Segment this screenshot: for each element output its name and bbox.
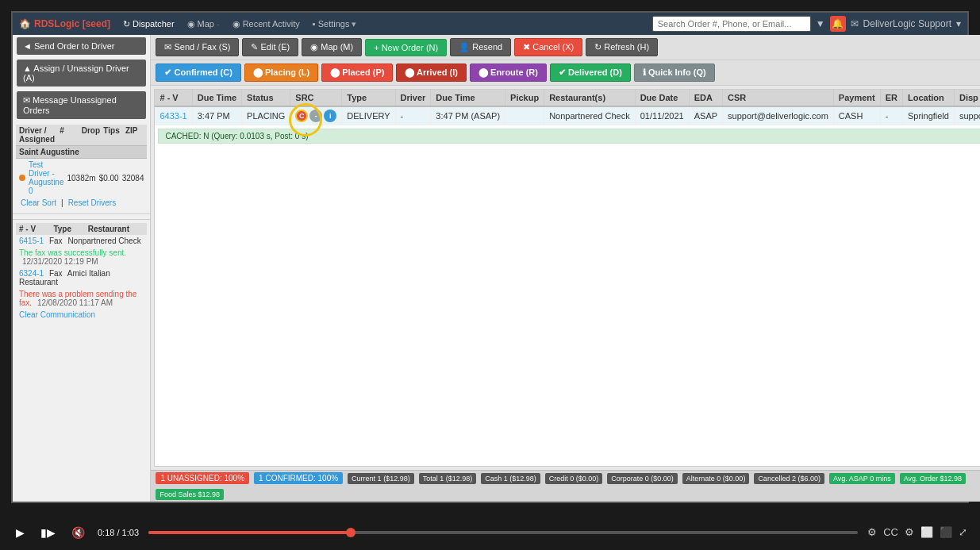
stat-alternate: Alternate 0 ($0.00) bbox=[682, 473, 750, 484]
subtitles-icon[interactable]: CC bbox=[883, 526, 898, 538]
settings-icon: ▪ bbox=[313, 19, 316, 29]
status-placing-btn[interactable]: ⬤ Placing (L) bbox=[244, 63, 318, 82]
comm-panel: # - V Type Restaurant 6415-1 Fax Nonpart… bbox=[13, 219, 150, 323]
comm-order-link-1[interactable]: 6415-1 bbox=[19, 237, 44, 245]
settings-icon[interactable]: ⚙ bbox=[867, 526, 877, 538]
order-driver-cell: - bbox=[395, 106, 431, 125]
stat-food-sales: Food Sales $12.98 bbox=[156, 489, 224, 500]
skip-next-button[interactable]: ▮▶ bbox=[37, 523, 59, 542]
navbar: 🏠 RDSLogic [seed] ↻ Dispatcher ◉ Map - ◉… bbox=[13, 13, 967, 35]
nav-settings[interactable]: ▪ Settings ▾ bbox=[313, 19, 357, 29]
unassigned-badge: 1 UNASSIGNED: 100% bbox=[156, 472, 249, 484]
support-label[interactable]: DeliverLogic Support bbox=[863, 18, 951, 29]
gear-icon[interactable]: ⚙ bbox=[905, 526, 914, 538]
ctrl-icons: ⚙ CC ⚙ ⬜ ⬛ ⤢ bbox=[867, 526, 967, 538]
col-er[interactable]: ER bbox=[880, 90, 902, 106]
col-due-time2[interactable]: Due Time bbox=[431, 90, 505, 106]
driver-table: Driver / Assigned # Drop Tips ZIP Saint … bbox=[13, 121, 150, 212]
status-arrived-btn[interactable]: ⬤ Arrived (I) bbox=[396, 63, 467, 82]
reset-drivers-link[interactable]: Reset Drivers bbox=[68, 198, 117, 207]
status-placed-btn[interactable]: ⬤ Placed (P) bbox=[321, 63, 393, 82]
order-eda-cell: ASAP bbox=[689, 106, 722, 125]
resend-btn[interactable]: 👤 Resend bbox=[450, 38, 511, 56]
miniplayer-icon[interactable]: ⬛ bbox=[940, 526, 952, 538]
col-location[interactable]: Location bbox=[902, 90, 954, 106]
send-order-btn[interactable]: ◄ Send Order to Driver bbox=[17, 37, 146, 55]
order-type-cell: DELIVERY bbox=[342, 106, 395, 125]
col-driver[interactable]: Driver bbox=[395, 90, 431, 106]
col-order-num[interactable]: # - V bbox=[155, 90, 192, 106]
stat-corporate: Corporate 0 ($0.00) bbox=[607, 473, 678, 484]
time-display: 0:18 / 1:03 bbox=[98, 528, 139, 537]
bottom-bar: 1 UNASSIGNED: 100% 1 CONFIRMED: 100% Cur… bbox=[151, 470, 980, 502]
home-icon: 🏠 bbox=[19, 18, 31, 29]
fullscreen-icon[interactable]: ⤢ bbox=[959, 526, 967, 538]
theater-mode-icon[interactable]: ⬜ bbox=[920, 526, 933, 538]
order-num-cell[interactable]: 6433-1 bbox=[155, 106, 192, 125]
stat-total: Total 1 ($12.98) bbox=[419, 473, 477, 484]
src-icon-call[interactable]: C bbox=[295, 110, 308, 122]
nav-dispatcher[interactable]: ↻ Dispatcher bbox=[123, 19, 175, 29]
order-due-date-cell: 01/11/2021 bbox=[635, 106, 689, 125]
status-quickinfo-btn[interactable]: ℹ Quick Info (Q) bbox=[634, 63, 715, 82]
col-pickup[interactable]: Pickup bbox=[505, 90, 544, 106]
send-fax-btn[interactable]: ✉ Send / Fax (S) bbox=[156, 38, 239, 56]
order-status-cell: PLACING bbox=[242, 106, 290, 125]
refresh-btn[interactable]: ↻ Refresh (H) bbox=[586, 38, 658, 56]
nav-map[interactable]: ◉ Map - bbox=[187, 19, 220, 29]
order-location-cell: Springfield bbox=[902, 106, 954, 125]
brand[interactable]: 🏠 RDSLogic [seed] bbox=[19, 18, 110, 29]
status-delivered-btn[interactable]: ✔ Delivered (D) bbox=[550, 63, 631, 82]
order-link[interactable]: 6433-1 bbox=[159, 111, 186, 121]
col-payment[interactable]: Payment bbox=[833, 90, 880, 106]
comm-row-2: 6324-1 Fax Amici Italian Restaurant bbox=[16, 267, 147, 288]
status-enroute-btn[interactable]: ⬤ Enroute (R) bbox=[470, 63, 547, 82]
col-src[interactable]: SRC bbox=[290, 90, 342, 106]
comm-order-link-2[interactable]: 6324-1 bbox=[19, 269, 44, 278]
comm-error-msg-1: There was a problem sending the fax. 12/… bbox=[16, 288, 147, 309]
mute-button[interactable]: 🔇 bbox=[68, 523, 88, 542]
table-row[interactable]: 6433-1 3:47 PM PLACING C - i bbox=[155, 106, 980, 125]
stat-avg-asap: Avg. ASAP 0 mins bbox=[829, 473, 895, 484]
col-due-time[interactable]: Due Time bbox=[192, 90, 241, 106]
clear-comm-link[interactable]: Clear Communication bbox=[16, 309, 98, 321]
src-icon-minus[interactable]: - bbox=[309, 110, 322, 122]
clear-sort-link[interactable]: Clear Sort bbox=[21, 198, 56, 207]
cancel-btn[interactable]: ✖ Cancel (X) bbox=[514, 38, 582, 56]
message-icon[interactable]: ✉ bbox=[851, 18, 859, 29]
map-btn[interactable]: ◉ Map (M) bbox=[302, 38, 362, 56]
assign-driver-btn[interactable]: ▲ Assign / Unassign Driver (A) bbox=[17, 60, 146, 87]
play-button[interactable]: ▶ bbox=[13, 523, 28, 542]
col-due-date[interactable]: Due Date bbox=[635, 90, 689, 106]
progress-bar[interactable] bbox=[148, 531, 858, 534]
order-src-cell[interactable]: C - i bbox=[290, 106, 342, 125]
col-csr[interactable]: CSR bbox=[723, 90, 834, 106]
src-icon-info[interactable]: i bbox=[324, 110, 336, 122]
order-payment-cell: CASH bbox=[833, 106, 880, 125]
col-status[interactable]: Status bbox=[242, 90, 290, 106]
stat-current: Current 1 ($12.98) bbox=[348, 473, 414, 484]
message-unassigned-btn[interactable]: ✉ Message Unassigned Orders bbox=[17, 91, 146, 119]
order-due-time-cell: 3:47 PM bbox=[192, 106, 241, 125]
notification-icon[interactable]: 🔔 bbox=[830, 16, 846, 32]
col-disp[interactable]: Disp bbox=[954, 90, 980, 106]
comm-success-msg-1: The fax was successfully sent. 12/31/202… bbox=[16, 247, 147, 267]
new-order-btn[interactable]: + New Order (N) bbox=[365, 39, 447, 56]
stat-cash: Cash 1 ($12.98) bbox=[481, 473, 540, 484]
status-confirmed-btn[interactable]: ✔ Confirmed (C) bbox=[156, 63, 240, 82]
support-dropdown-icon[interactable]: ▾ bbox=[956, 18, 961, 29]
left-panel: ◄ Send Order to Driver ▲ Assign / Unassi… bbox=[13, 35, 151, 502]
col-eda[interactable]: EDA bbox=[689, 90, 722, 106]
order-disp-cell: suppo bbox=[954, 106, 980, 125]
order-csr-cell: support@deliverlogic.com bbox=[723, 106, 834, 125]
search-input[interactable] bbox=[652, 16, 811, 32]
order-restaurant-cell: Nonpartnered Check bbox=[544, 106, 636, 125]
col-type[interactable]: Type bbox=[342, 90, 395, 106]
stat-cancelled: Cancelled 2 ($6.00) bbox=[754, 473, 824, 484]
driver-name[interactable]: Test Driver - Augustine 0 bbox=[29, 160, 63, 195]
filter-icon[interactable]: ▼ bbox=[816, 18, 825, 29]
order-due-time2-cell: 3:47 PM (ASAP) bbox=[431, 106, 505, 125]
col-restaurant[interactable]: Restaurant(s) bbox=[544, 90, 636, 106]
edit-btn[interactable]: ✎ Edit (E) bbox=[242, 38, 298, 56]
nav-recent-activity[interactable]: ◉ Recent Activity bbox=[233, 19, 300, 29]
